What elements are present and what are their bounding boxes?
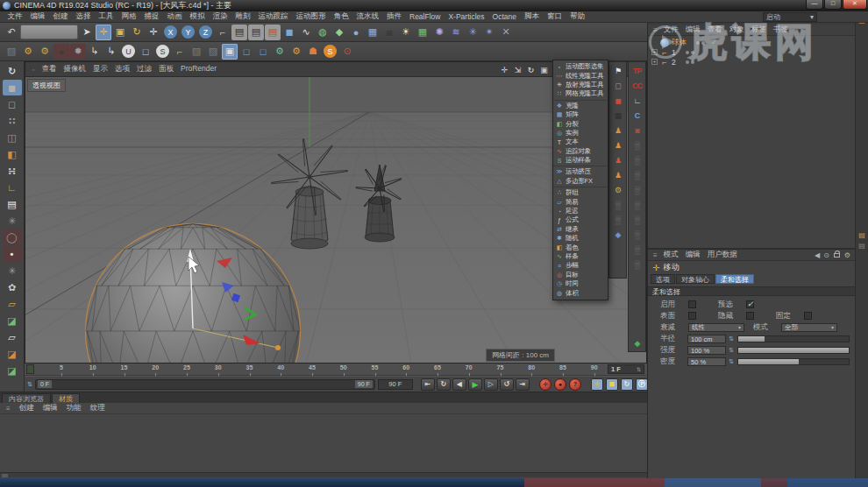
dynamics-icon[interactable]: ✳: [465, 25, 480, 40]
menu-item[interactable]: 插件: [383, 11, 406, 22]
figure-pair-icon[interactable]: ♟: [610, 168, 625, 181]
time-effector-item[interactable]: ◷时间: [553, 279, 608, 288]
render-visibility-dot[interactable]: [691, 60, 694, 64]
shader-effector-item[interactable]: ◧着色: [553, 243, 608, 251]
object-manager-menu-item[interactable]: 查看: [704, 25, 726, 35]
cc-icon[interactable]: CC: [630, 79, 644, 92]
live-selection-icon[interactable]: ➤: [79, 25, 95, 40]
pattern-disabled-icon[interactable]: ▨: [4, 44, 19, 60]
object-name[interactable]: 1: [672, 48, 676, 57]
density-slider[interactable]: 50 %: [687, 357, 726, 366]
ruler-tick[interactable]: 80: [524, 364, 538, 375]
material-menu-item[interactable]: 纹理: [86, 403, 110, 413]
attribute-tab[interactable]: 柔和选择: [715, 274, 754, 284]
light-icon[interactable]: ☀: [398, 25, 414, 40]
ruler-tick[interactable]: 60: [399, 364, 413, 375]
ghost-icon-2[interactable]: ▒: [610, 213, 625, 226]
attribute-tab[interactable]: 选项: [651, 274, 675, 284]
falloff-ring-icon-2[interactable]: ✳: [3, 263, 22, 279]
undo-icon[interactable]: ↶: [4, 25, 19, 40]
viewport-menu-item[interactable]: ProRender: [177, 64, 220, 74]
zoom-view-icon[interactable]: ⇲: [512, 64, 523, 75]
render-picture-viewer-icon[interactable]: ▤: [248, 25, 264, 40]
editor-visibility-dot[interactable]: [696, 41, 700, 45]
point-mode-icon[interactable]: ∷: [3, 113, 22, 129]
autokeying-button[interactable]: ●: [554, 378, 566, 391]
y-axis-toggle[interactable]: Y: [181, 25, 195, 39]
tp-icon[interactable]: TP: [630, 64, 644, 77]
s-badge-icon[interactable]: S: [156, 45, 169, 58]
timeline-scrubber[interactable]: 0 F 90 F: [35, 379, 375, 390]
square-outline-icon[interactable]: □: [138, 44, 153, 60]
checkbox[interactable]: [804, 312, 812, 320]
checkbox[interactable]: [688, 300, 696, 308]
viewport-layout-icon[interactable]: ▣: [222, 44, 238, 60]
x-axis-toggle[interactable]: X: [164, 25, 177, 39]
checkbox[interactable]: [688, 312, 696, 320]
play-button[interactable]: ▶: [468, 378, 482, 391]
rotate-tool-icon[interactable]: ↻: [129, 25, 145, 40]
gear-flower-icon[interactable]: ✿: [3, 279, 22, 295]
polyfx-item[interactable]: △多边形FX: [553, 177, 608, 186]
hamburger-icon[interactable]: ≡: [4, 405, 13, 413]
attribute-menu-item[interactable]: 模式: [660, 250, 682, 260]
strength-slider[interactable]: 100 %: [687, 346, 726, 355]
target-effector-item[interactable]: ◎目标: [553, 271, 608, 279]
magnifier-icon[interactable]: ⊙: [339, 44, 355, 60]
cloner-icon[interactable]: ▦: [415, 25, 430, 40]
paint-dot-icon[interactable]: •: [3, 246, 22, 262]
goto-end-button[interactable]: ⇥: [516, 378, 530, 391]
sculpt-head-icon[interactable]: ☗: [305, 44, 321, 60]
render-settings-icon[interactable]: ▤: [265, 25, 281, 40]
material-list-area[interactable]: [0, 414, 647, 472]
expand-toggle[interactable]: [651, 39, 658, 46]
particles-icon[interactable]: ✺: [431, 25, 447, 40]
search-icon[interactable]: ⊙: [822, 251, 831, 259]
circle-dark-icon[interactable]: ●: [53, 44, 69, 60]
close-button[interactable]: ✕: [843, 0, 867, 10]
weight-tool-icon-2[interactable]: ↳: [103, 44, 119, 60]
layer-tab-icon-2[interactable]: ▤: [858, 242, 865, 250]
ruler-tick[interactable]: 15: [117, 364, 132, 375]
modeling-settings-icon[interactable]: ⚙: [20, 44, 36, 60]
texture-stripes-icon[interactable]: ▤: [3, 196, 22, 212]
random-effector-item[interactable]: ✱随机: [553, 234, 608, 243]
delay-effector-item[interactable]: ◔延迟: [553, 207, 608, 215]
radius-slider[interactable]: 100 cm: [687, 335, 726, 343]
step-effector-item[interactable]: ≡步幅: [553, 261, 608, 270]
range-start-handle[interactable]: 0 F: [38, 380, 52, 388]
modeling-settings-icon-2[interactable]: ⚙: [37, 44, 53, 60]
plain-effector-item[interactable]: ▱简易: [553, 197, 608, 206]
section-header[interactable]: 柔和选择: [648, 286, 855, 296]
viewport-menu-item[interactable]: 摄像机: [60, 64, 89, 74]
spinner-arrows-icon[interactable]: ⇅: [729, 358, 735, 365]
ghost-icon-3[interactable]: ▒: [630, 138, 644, 152]
falloff-select[interactable]: 线性▾: [688, 323, 744, 332]
object-mode-icon[interactable]: ◻: [3, 96, 22, 112]
ruler-tick[interactable]: 50: [337, 364, 351, 375]
object-manager-menu-item[interactable]: 对象: [726, 25, 748, 35]
material-panel-tab[interactable]: 材质: [52, 393, 80, 403]
rotate-view-icon[interactable]: ↻: [525, 64, 537, 75]
lock-icon[interactable]: [834, 253, 840, 258]
spline-pen-icon[interactable]: ∿: [298, 25, 314, 40]
gear-green-icon[interactable]: ⚙: [272, 44, 288, 60]
object-name[interactable]: 球体: [672, 38, 687, 48]
editor-visibility-dot[interactable]: [686, 51, 689, 54]
volume-effector-item[interactable]: ◍体积: [553, 288, 608, 297]
convert-object-icon[interactable]: ↻: [3, 63, 22, 79]
expand-toggle[interactable]: +: [651, 49, 658, 55]
ghost-icon-9[interactable]: ▒: [630, 228, 644, 241]
menu-item[interactable]: 模拟: [186, 11, 209, 22]
mospline-item[interactable]: S运动样条: [553, 156, 608, 165]
model-mode-icon[interactable]: ◼: [3, 80, 22, 95]
simulation-icon[interactable]: ✴: [481, 25, 497, 40]
flag-icon[interactable]: ⚑: [610, 64, 625, 77]
attribute-menu-item[interactable]: 编辑: [682, 250, 704, 260]
checkbox[interactable]: [746, 300, 754, 308]
menu-item[interactable]: 文件: [4, 11, 26, 22]
ruler-tick[interactable]: 70: [462, 364, 476, 375]
corner-snap-icon[interactable]: ⌐: [172, 44, 188, 60]
menu-item[interactable]: 窗口: [543, 11, 566, 22]
pan-view-icon[interactable]: ✛: [499, 64, 510, 75]
